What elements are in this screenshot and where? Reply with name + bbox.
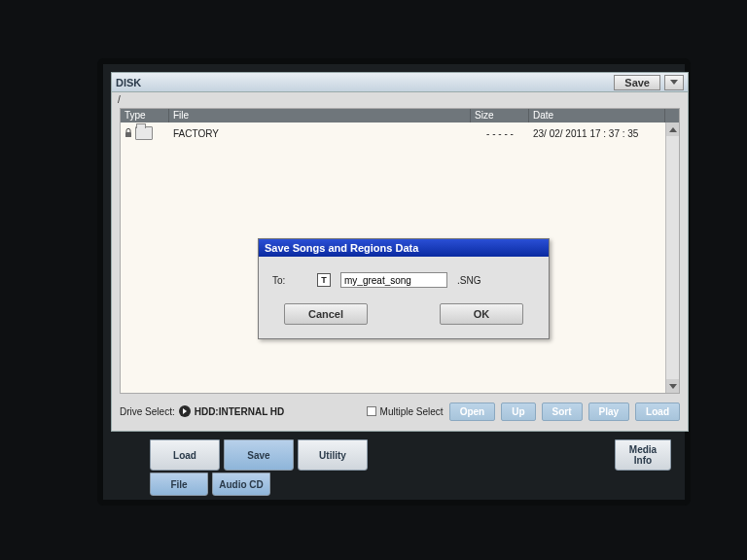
window-title: DISK — [116, 77, 141, 88]
file-header: Type File Size Date — [121, 109, 679, 122]
header-size[interactable]: Size — [471, 109, 529, 122]
titlebar: DISK Save — [112, 73, 688, 92]
file-extension: .SNG — [457, 275, 480, 286]
load-button[interactable]: Load — [635, 402, 680, 421]
tab-save[interactable]: Save — [224, 439, 294, 471]
svg-rect-0 — [125, 132, 131, 137]
play-button[interactable]: Play — [588, 402, 630, 421]
drive-select-label: Drive Select: — [120, 406, 175, 417]
table-row[interactable]: FACTORY - - - - - 23/ 02/ 2011 17 : 37 :… — [121, 122, 679, 144]
ok-button[interactable]: OK — [440, 303, 523, 325]
scroll-up-icon[interactable] — [666, 122, 679, 136]
drive-select-value[interactable]: HDD:INTERNAL HD — [195, 406, 285, 417]
filename-input[interactable] — [340, 272, 447, 288]
header-date[interactable]: Date — [529, 109, 665, 122]
path-display: / — [112, 92, 688, 106]
up-button[interactable]: Up — [501, 402, 535, 421]
cancel-button[interactable]: Cancel — [284, 303, 368, 325]
cell-size: - - - - - — [471, 128, 529, 139]
vertical-scrollbar[interactable] — [665, 122, 679, 393]
sort-button[interactable]: Sort — [542, 402, 583, 421]
tab-utility[interactable]: Utility — [298, 439, 368, 471]
save-menu-button[interactable]: Save — [614, 75, 660, 90]
multiple-select-toggle[interactable]: Multiple Select — [367, 406, 444, 417]
open-button[interactable]: Open — [449, 402, 496, 421]
dialog-title: Save Songs and Regions Data — [259, 239, 549, 257]
disk-window: DISK Save / Type File Size Date — [111, 72, 689, 432]
device-screen: DISK Save / Type File Size Date — [97, 58, 691, 506]
drive-select-icon[interactable] — [179, 405, 191, 417]
header-type[interactable]: Type — [121, 109, 169, 122]
cell-date: 23/ 02/ 2011 17 : 37 : 35 — [529, 128, 665, 139]
save-menu-dropdown[interactable] — [664, 75, 684, 90]
bottom-toolbar: Drive Select: HDD:INTERNAL HD Multiple S… — [120, 398, 680, 425]
cell-file: FACTORY — [169, 128, 471, 139]
tab-audio-cd[interactable]: Audio CD — [212, 472, 270, 496]
filename-label: To: — [272, 275, 307, 286]
chevron-down-icon — [670, 80, 678, 85]
multiple-select-label: Multiple Select — [380, 406, 444, 417]
path-text: / — [118, 94, 121, 105]
tab-load[interactable]: Load — [150, 439, 220, 471]
save-dialog: Save Songs and Regions Data To: T .SNG C… — [258, 238, 550, 339]
text-edit-icon[interactable]: T — [317, 273, 331, 287]
scroll-down-icon[interactable] — [666, 379, 679, 393]
folder-icon — [135, 126, 153, 140]
lock-icon — [124, 128, 132, 138]
checkbox-icon — [367, 406, 376, 416]
tab-file[interactable]: File — [150, 472, 208, 496]
tab-media-info[interactable]: Media Info — [615, 439, 671, 471]
header-file[interactable]: File — [169, 109, 471, 122]
